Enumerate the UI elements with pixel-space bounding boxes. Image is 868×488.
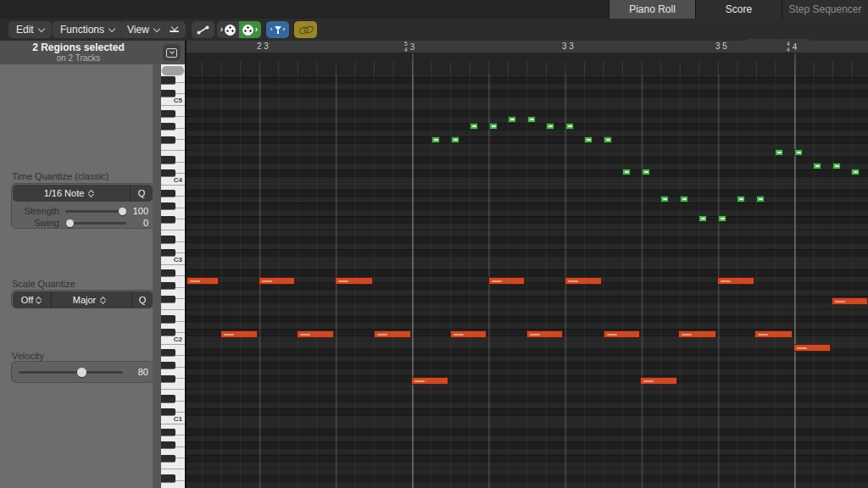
midi-note-green[interactable] (832, 163, 841, 169)
midi-out-button[interactable]: › (239, 21, 261, 38)
octave-label: C1 (174, 415, 182, 423)
midi-note-red[interactable] (793, 344, 831, 352)
piano-black-key[interactable] (161, 156, 175, 163)
midi-note-red[interactable] (297, 330, 334, 338)
midi-note-red[interactable] (488, 277, 525, 285)
piano-black-key[interactable] (161, 216, 175, 223)
midi-note-red[interactable] (678, 330, 716, 338)
midi-note-red[interactable] (259, 277, 295, 285)
scale-type-value: Major (73, 295, 97, 305)
midi-note-green[interactable] (584, 136, 593, 143)
tab-piano-roll[interactable]: Piano Roll (609, 0, 695, 19)
note-velocity-mark (492, 125, 496, 127)
piano-black-key[interactable] (161, 136, 175, 143)
link-button[interactable] (294, 21, 317, 38)
piano-black-key[interactable] (161, 236, 175, 242)
piano-black-key[interactable] (161, 123, 175, 130)
midi-note-green[interactable] (451, 136, 459, 143)
midi-transform-button[interactable]: › ‹ (266, 21, 289, 38)
midi-note-green[interactable] (431, 136, 440, 143)
functions-menu-button[interactable]: Functions (53, 21, 122, 38)
piano-keyboard[interactable]: C1C2C3C4C5 (161, 64, 185, 488)
velocity-slider-knob[interactable] (77, 368, 86, 377)
midi-note-green[interactable] (565, 123, 574, 130)
tab-step-sequencer[interactable]: Step Sequencer (782, 0, 868, 19)
note-velocity-mark (377, 334, 387, 336)
piano-black-key[interactable] (161, 441, 175, 448)
midi-note-red[interactable] (754, 330, 793, 338)
piano-black-key[interactable] (161, 76, 175, 83)
piano-black-key[interactable] (161, 455, 175, 462)
midi-in-icon: › (220, 25, 223, 34)
time-quantize-apply-button[interactable]: Q (131, 185, 153, 202)
midi-note-red[interactable] (832, 297, 868, 305)
editor-tabs: Piano Roll Score Step Sequencer (609, 0, 868, 19)
midi-note-red[interactable] (565, 277, 602, 285)
piano-black-key[interactable] (161, 349, 175, 356)
midi-note-green[interactable] (508, 116, 516, 123)
swing-slider[interactable] (65, 219, 126, 227)
piano-white-key[interactable] (161, 481, 185, 488)
midi-note-green[interactable] (489, 123, 498, 130)
midi-note-green[interactable] (546, 123, 554, 130)
midi-note-red[interactable] (374, 330, 411, 338)
midi-note-green[interactable] (851, 169, 860, 175)
midi-note-green[interactable] (737, 196, 745, 202)
note-grid[interactable] (186, 53, 868, 488)
midi-note-red[interactable] (220, 330, 258, 338)
scale-root-dropdown[interactable]: Off (13, 291, 51, 308)
midi-note-green[interactable] (813, 163, 821, 169)
piano-black-key[interactable] (161, 429, 175, 435)
piano-black-key[interactable] (161, 395, 175, 402)
midi-note-green[interactable] (527, 116, 536, 123)
note-velocity-mark (815, 165, 820, 167)
piano-black-key[interactable] (161, 362, 175, 369)
midi-note-red[interactable] (335, 277, 373, 285)
piano-black-key[interactable] (161, 296, 175, 302)
keyboard-scroll-thumb[interactable] (162, 66, 184, 75)
piano-black-key[interactable] (161, 375, 175, 382)
midi-note-green[interactable] (622, 169, 631, 175)
swing-slider-knob[interactable] (66, 219, 74, 227)
midi-note-red[interactable] (717, 277, 754, 285)
midi-note-green[interactable] (698, 215, 707, 222)
midi-note-red[interactable] (526, 330, 563, 338)
midi-note-red[interactable] (640, 377, 677, 385)
scale-type-dropdown[interactable]: Major (52, 291, 131, 308)
midi-note-red[interactable] (604, 330, 640, 338)
midi-note-red[interactable] (186, 277, 219, 285)
strength-slider-knob[interactable] (119, 208, 126, 215)
midi-note-green[interactable] (680, 196, 688, 202)
midi-in-button[interactable]: › (217, 21, 239, 38)
piano-black-key[interactable] (161, 282, 175, 289)
piano-black-key[interactable] (161, 110, 175, 117)
midi-note-green[interactable] (718, 215, 726, 222)
midi-note-green[interactable] (642, 169, 650, 175)
view-menu-button[interactable]: View (120, 21, 167, 38)
inspector-disclosure-button[interactable] (163, 44, 181, 61)
midi-note-red[interactable] (411, 377, 448, 385)
piano-black-key[interactable] (161, 269, 175, 276)
midi-note-green[interactable] (775, 149, 783, 156)
piano-black-key[interactable] (161, 474, 175, 481)
scale-quantize-apply-button[interactable]: Q (132, 291, 153, 308)
strength-slider[interactable] (65, 207, 126, 215)
piano-black-key[interactable] (161, 315, 175, 322)
midi-note-green[interactable] (470, 123, 478, 130)
piano-black-key[interactable] (161, 190, 175, 197)
midi-note-green[interactable] (604, 136, 612, 143)
note-velocity-mark (758, 334, 768, 336)
note-velocity-mark (682, 198, 687, 200)
time-quantize-dropdown[interactable]: 1/16 Note (13, 185, 130, 202)
velocity-slider[interactable] (19, 368, 123, 376)
collapse-mode-button[interactable] (163, 21, 186, 38)
tab-score[interactable]: Score (695, 0, 782, 19)
midi-note-green[interactable] (660, 196, 669, 202)
midi-note-green[interactable] (794, 149, 803, 156)
midi-note-green[interactable] (756, 196, 765, 202)
bar-ruler[interactable]: 2 35433 33 5444 (186, 41, 868, 53)
piano-black-key[interactable] (161, 202, 175, 209)
midi-note-red[interactable] (450, 330, 487, 338)
edit-menu-button[interactable]: Edit (8, 21, 52, 38)
midi-draw-button[interactable] (192, 21, 214, 38)
